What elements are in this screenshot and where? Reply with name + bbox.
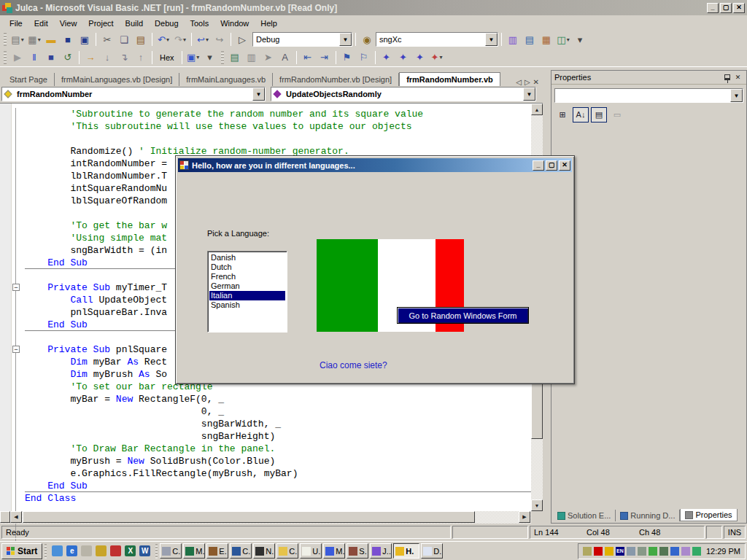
- save-icon[interactable]: ■: [60, 32, 76, 47]
- properties-object-combo[interactable]: ▼: [554, 88, 743, 103]
- close-icon[interactable]: ✕: [733, 3, 745, 13]
- continue-icon[interactable]: ▶: [9, 50, 26, 65]
- chevron-down-icon[interactable]: ▾: [206, 36, 209, 43]
- close-icon[interactable]: ✕: [559, 160, 570, 171]
- alphabetical-icon[interactable]: A↓: [573, 107, 589, 122]
- navigate-back-icon[interactable]: ↩▾: [195, 32, 211, 47]
- redo-icon[interactable]: ↷▾: [172, 32, 188, 47]
- windows-explorer-icon[interactable]: [81, 545, 92, 556]
- restart-icon[interactable]: ↺: [60, 50, 76, 65]
- taskbar-window-button[interactable]: J..: [370, 543, 392, 559]
- messenger-icon[interactable]: [605, 547, 614, 556]
- paste-icon[interactable]: ▤: [133, 32, 149, 47]
- scroll-tabs-left-icon[interactable]: ◁: [516, 78, 522, 86]
- method-name-combo[interactable]: UpdateObjectsRandomly ▼: [271, 87, 536, 101]
- show-desktop-icon[interactable]: [52, 545, 63, 556]
- menu-window[interactable]: Window: [215, 17, 254, 30]
- document-tab[interactable]: frmMainLanguages.vb: [179, 73, 273, 86]
- collapse-outline-icon[interactable]: −: [12, 346, 20, 353]
- document-tab[interactable]: frmRandomNumber.vb [Design]: [273, 73, 399, 86]
- maximize-icon[interactable]: ▢: [720, 3, 732, 13]
- hex-toggle[interactable]: Hex: [155, 50, 179, 65]
- toolbar-overflow-icon[interactable]: ▾: [572, 32, 588, 47]
- language-option[interactable]: German: [209, 281, 285, 291]
- undo-icon[interactable]: ↶▾: [155, 32, 171, 47]
- properties-title-bar[interactable]: Properties ✕: [551, 71, 746, 85]
- language-indicator[interactable]: EN: [616, 547, 624, 556]
- decrease-indent-icon[interactable]: ⇤: [300, 50, 316, 65]
- taskbar-window-button[interactable]: C.: [160, 543, 182, 559]
- step-over-icon[interactable]: ↴: [116, 50, 132, 65]
- scroll-left-icon[interactable]: ◀: [10, 511, 22, 523]
- chevron-down-icon[interactable]: ▾: [38, 36, 41, 43]
- scroll-up-icon[interactable]: ▲: [531, 104, 543, 115]
- pin-icon[interactable]: [721, 72, 732, 82]
- solution-configurations-combo[interactable]: Debug ▼: [252, 32, 352, 47]
- chevron-down-icon[interactable]: ▾: [183, 36, 186, 43]
- dialog-title-bar[interactable]: Hello, how are you in different language…: [178, 158, 572, 172]
- toolbar-grip[interactable]: [221, 51, 224, 64]
- clear-breakpoints-icon[interactable]: ✦▾: [429, 50, 445, 65]
- object-browser-icon[interactable]: ◫▾: [555, 32, 571, 47]
- chevron-down-icon[interactable]: ▼: [730, 89, 743, 102]
- languages-dialog[interactable]: Hello, how are you in different language…: [175, 155, 575, 384]
- language-listbox[interactable]: DanishDutchFrenchGermanItalianSpanish: [207, 251, 287, 332]
- text-case-icon[interactable]: A: [277, 50, 293, 65]
- chevron-down-icon[interactable]: ▾: [21, 36, 24, 43]
- taskbar-window-button[interactable]: U.: [300, 543, 322, 559]
- taskbar-window-button[interactable]: C.: [230, 543, 252, 559]
- sql-server-icon[interactable]: [659, 547, 668, 556]
- document-tab[interactable]: frmRandomNumber.vb: [399, 72, 500, 86]
- splitter-box[interactable]: [0, 511, 10, 523]
- document-tab[interactable]: Start Page: [3, 73, 55, 86]
- cut-icon[interactable]: ✂: [99, 32, 115, 47]
- language-option[interactable]: Dutch: [209, 262, 285, 272]
- collapse-outline-icon[interactable]: −: [12, 284, 20, 291]
- chevron-down-icon[interactable]: ▾: [567, 36, 570, 43]
- taskbar-window-button[interactable]: C.: [276, 543, 298, 559]
- volume-icon[interactable]: [583, 547, 592, 556]
- excel-icon[interactable]: X: [125, 545, 136, 556]
- language-option[interactable]: Italian: [209, 291, 285, 300]
- chevron-down-icon[interactable]: ▼: [523, 88, 535, 101]
- ati-icon[interactable]: [594, 547, 603, 556]
- goto-random-form-button[interactable]: Go to Random Windows Form: [397, 307, 529, 324]
- menu-edit[interactable]: Edit: [29, 17, 53, 30]
- taskbar-window-button[interactable]: H.: [393, 543, 419, 559]
- close-icon[interactable]: ✕: [732, 72, 743, 82]
- input-device-icon[interactable]: [681, 547, 690, 556]
- start-debug-icon[interactable]: ▷: [234, 32, 250, 47]
- menu-file[interactable]: File: [4, 17, 28, 30]
- show-next-statement-icon[interactable]: →: [82, 50, 98, 65]
- chevron-down-icon[interactable]: ▾: [166, 36, 169, 43]
- horizontal-scroll-thumb[interactable]: [23, 511, 475, 523]
- taskbar-window-button[interactable]: D.: [421, 543, 443, 559]
- msn-icon[interactable]: [649, 547, 657, 556]
- new-breakpoint-icon[interactable]: ✦: [379, 50, 395, 65]
- minimize-icon[interactable]: _: [533, 160, 544, 171]
- document-tab[interactable]: frmMainLanguages.vb [Design]: [55, 73, 179, 86]
- chevron-down-icon[interactable]: ▼: [339, 33, 352, 46]
- save-all-icon[interactable]: ▣: [77, 32, 93, 47]
- more-debug-icon[interactable]: ▾: [202, 50, 218, 65]
- class-name-combo[interactable]: frmRandomNumber ▼: [1, 87, 266, 101]
- language-option[interactable]: French: [209, 272, 285, 281]
- internet-explorer-icon[interactable]: e: [66, 545, 77, 556]
- internet-icon[interactable]: [670, 547, 679, 556]
- chevron-down-icon[interactable]: ▼: [485, 33, 498, 46]
- menu-view[interactable]: View: [55, 17, 82, 30]
- toolbar-grip[interactable]: [4, 33, 7, 46]
- menu-help[interactable]: Help: [255, 17, 282, 30]
- horizontal-scrollbar[interactable]: ◀ ▶: [0, 511, 543, 524]
- menu-project[interactable]: Project: [83, 17, 118, 30]
- step-into-icon[interactable]: ↓: [99, 50, 115, 65]
- find-in-files-icon[interactable]: ◉: [359, 32, 375, 47]
- toolbar-grip[interactable]: [4, 51, 7, 64]
- breakpoint-window-icon[interactable]: ✦: [395, 50, 411, 65]
- language-option[interactable]: Spanish: [209, 300, 285, 310]
- chevron-down-icon[interactable]: ▼: [252, 88, 265, 101]
- open-file-icon[interactable]: ▬: [43, 32, 59, 47]
- tool-window-tab[interactable]: Solution E...: [553, 510, 616, 521]
- categorized-icon[interactable]: ⊞: [554, 107, 570, 122]
- comment-block-icon[interactable]: ▤: [227, 50, 243, 65]
